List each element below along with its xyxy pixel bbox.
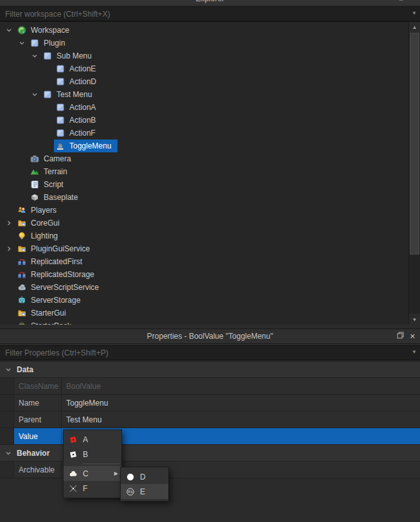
tree-item-replicatedfirst[interactable]: ReplicatedFirst bbox=[0, 255, 420, 268]
robux-icon: R$ bbox=[121, 487, 140, 496]
scrollbar-thumb[interactable] bbox=[410, 33, 419, 255]
tree-item-test-menu[interactable]: Test Menu bbox=[0, 88, 420, 101]
tree-item-content[interactable]: Players bbox=[15, 204, 63, 217]
tree-item-content[interactable]: CoreGui bbox=[15, 217, 66, 230]
tree-item-coregui[interactable]: CoreGui bbox=[0, 217, 420, 230]
chevron-down-icon[interactable] bbox=[28, 91, 41, 98]
tree-item-content[interactable]: ReplicatedFirst bbox=[15, 255, 89, 268]
property-label: Name bbox=[14, 395, 62, 411]
tree-item-actiond[interactable]: ActionD bbox=[0, 75, 420, 88]
tree-item-content[interactable]: ActionE bbox=[54, 62, 102, 75]
tree-item-actione[interactable]: ActionE bbox=[0, 62, 420, 75]
tree-item-serverscriptservice[interactable]: ServerScriptService bbox=[0, 281, 420, 294]
tree-item-content[interactable]: Workspace bbox=[15, 24, 76, 37]
scroll-up-icon[interactable]: ▲ bbox=[409, 22, 420, 32]
property-row-parent[interactable]: ParentTest Menu bbox=[0, 411, 420, 428]
menu-item-a[interactable]: A bbox=[64, 432, 121, 447]
tree-item-content[interactable]: Baseplate bbox=[28, 191, 84, 204]
float-window-icon[interactable] bbox=[397, 332, 404, 341]
tree-item-content[interactable]: Script bbox=[28, 178, 70, 191]
chevron-right-icon[interactable] bbox=[3, 246, 15, 252]
tree-item-content[interactable]: Camera bbox=[28, 152, 78, 165]
menu-item-e[interactable]: R$E bbox=[121, 484, 168, 499]
tree-item-players[interactable]: Players bbox=[0, 204, 420, 217]
menu-item-label: A bbox=[83, 435, 121, 444]
tree-item-label: ServerStorage bbox=[31, 296, 80, 305]
players-icon bbox=[17, 206, 26, 215]
tree-item-sub-menu[interactable]: Sub Menu bbox=[0, 50, 420, 62]
tree-item-content[interactable]: ActionB bbox=[54, 114, 102, 127]
tree-item-togglemenu[interactable]: ToggleMenu bbox=[0, 140, 420, 152]
tree-item-startergui[interactable]: StarterGui bbox=[0, 307, 420, 320]
scroll-down-icon[interactable]: ▼ bbox=[409, 314, 420, 325]
tree-item-label: StarterGui bbox=[31, 309, 66, 318]
menu-item-b[interactable]: B bbox=[64, 447, 121, 462]
properties-filter-input[interactable] bbox=[0, 346, 420, 359]
tree-item-lighting[interactable]: Lighting bbox=[0, 230, 420, 242]
tree-item-content[interactable]: Lighting bbox=[15, 230, 64, 242]
tree-item-serverstorage[interactable]: ServerStorage bbox=[0, 294, 420, 307]
tree-item-label: Camera bbox=[44, 154, 71, 163]
tree-item-content[interactable]: StarterPack bbox=[15, 320, 78, 325]
section-title: Data bbox=[17, 365, 33, 374]
property-value[interactable]: Test Menu bbox=[62, 411, 420, 428]
tree-item-content[interactable]: ServerScriptService bbox=[15, 281, 105, 294]
tree-item-content[interactable]: ToggleMenu bbox=[54, 140, 118, 152]
chevron-down-icon[interactable] bbox=[0, 450, 17, 456]
tree-item-plugin[interactable]: Plugin bbox=[0, 37, 420, 50]
tree-item-content[interactable]: StarterGui bbox=[15, 307, 73, 320]
folder-gui-icon bbox=[17, 309, 26, 318]
tree-item-content[interactable]: ActionD bbox=[54, 75, 103, 88]
tree-item-terrain[interactable]: Terrain bbox=[0, 165, 420, 178]
close-icon[interactable]: ✕ bbox=[410, 332, 416, 341]
chevron-down-icon[interactable] bbox=[15, 40, 28, 46]
tree-item-workspace[interactable]: Workspace bbox=[0, 24, 420, 37]
property-value[interactable]: BoolValue bbox=[62, 378, 420, 394]
tree-item-content[interactable]: Test Menu bbox=[41, 88, 98, 101]
plugin-icon bbox=[43, 90, 52, 99]
tree-item-camera[interactable]: Camera bbox=[0, 152, 420, 165]
float-window-icon[interactable]: ⧉ bbox=[398, 0, 403, 5]
chevron-down-icon[interactable] bbox=[28, 53, 41, 59]
menu-item-c[interactable]: C▶ bbox=[64, 466, 121, 481]
tree-item-content[interactable]: ServerStorage bbox=[15, 294, 87, 307]
plugin-icon bbox=[56, 64, 65, 73]
globe-icon bbox=[17, 26, 26, 35]
starterpack-icon bbox=[17, 321, 26, 325]
tree-item-baseplate[interactable]: Baseplate bbox=[0, 191, 420, 204]
tree-item-label: Baseplate bbox=[44, 193, 78, 202]
terrain-icon bbox=[30, 167, 39, 176]
menu-item-f[interactable]: F bbox=[64, 481, 121, 496]
explorer-tree: WorkspacePluginSub MenuActionEActionDTes… bbox=[0, 21, 420, 325]
tree-item-content[interactable]: ActionA bbox=[54, 101, 102, 114]
tree-item-content[interactable]: ReplicatedStorage bbox=[15, 268, 101, 281]
tree-item-content[interactable]: Terrain bbox=[28, 165, 74, 178]
explorer-filter-input[interactable] bbox=[0, 7, 420, 21]
tree-item-script[interactable]: Script bbox=[0, 178, 420, 191]
tree-item-content[interactable]: PluginGuiService bbox=[15, 242, 96, 255]
tree-item-actionb[interactable]: ActionB bbox=[0, 114, 420, 127]
replicated-icon bbox=[17, 270, 26, 279]
tree-item-pluginguiservice[interactable]: PluginGuiService bbox=[0, 242, 420, 255]
section-header-data[interactable]: Data bbox=[0, 361, 420, 378]
tree-item-actiona[interactable]: ActionA bbox=[0, 101, 420, 114]
tree-item-content[interactable]: ActionF bbox=[54, 127, 102, 140]
tree-item-label: ToggleMenu bbox=[69, 141, 111, 150]
chevron-down-icon[interactable] bbox=[0, 366, 17, 373]
tree-item-replicatedstorage[interactable]: ReplicatedStorage bbox=[0, 268, 420, 281]
property-row-classname[interactable]: ClassNameBoolValue bbox=[0, 378, 420, 395]
explorer-scrollbar[interactable]: ▲ ▼ bbox=[408, 22, 420, 325]
property-value[interactable]: ToggleMenu bbox=[62, 395, 420, 411]
tree-item-actionf[interactable]: ActionF bbox=[0, 127, 420, 140]
tree-item-content[interactable]: Sub Menu bbox=[41, 50, 98, 62]
property-row-name[interactable]: NameToggleMenu bbox=[0, 395, 420, 411]
chevron-down-icon[interactable] bbox=[3, 27, 15, 33]
tree-item-starterpack[interactable]: StarterPack bbox=[0, 320, 420, 325]
chevron-right-icon[interactable] bbox=[3, 220, 15, 226]
tree-item-content[interactable]: Plugin bbox=[28, 37, 71, 50]
close-icon[interactable]: ✕ bbox=[410, 0, 415, 5]
tree-item-label: PluginGuiService bbox=[31, 244, 90, 253]
menu-item-d[interactable]: D bbox=[121, 469, 168, 484]
row-gutter bbox=[0, 395, 14, 411]
tree-item-label: Script bbox=[44, 180, 64, 189]
